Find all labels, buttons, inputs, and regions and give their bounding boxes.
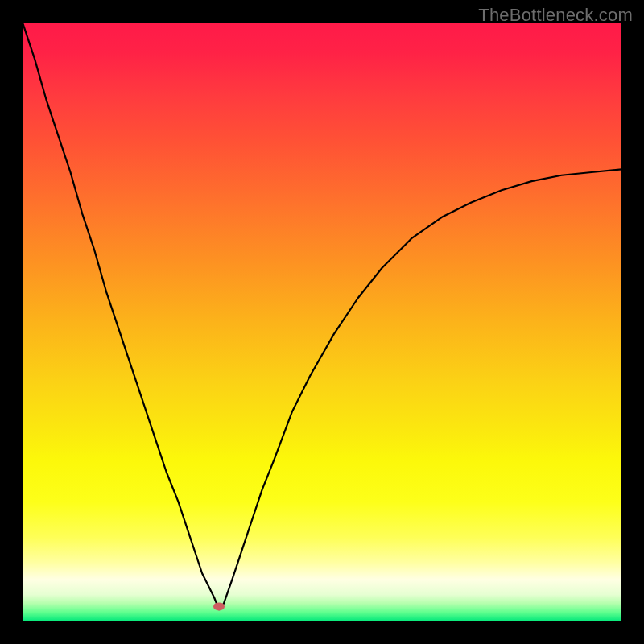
- watermark-text: TheBottleneck.com: [478, 5, 633, 26]
- svg-rect-0: [23, 23, 621, 621]
- plot-area: [23, 23, 621, 621]
- gradient-background: [23, 23, 621, 621]
- chart-frame: TheBottleneck.com: [0, 0, 644, 644]
